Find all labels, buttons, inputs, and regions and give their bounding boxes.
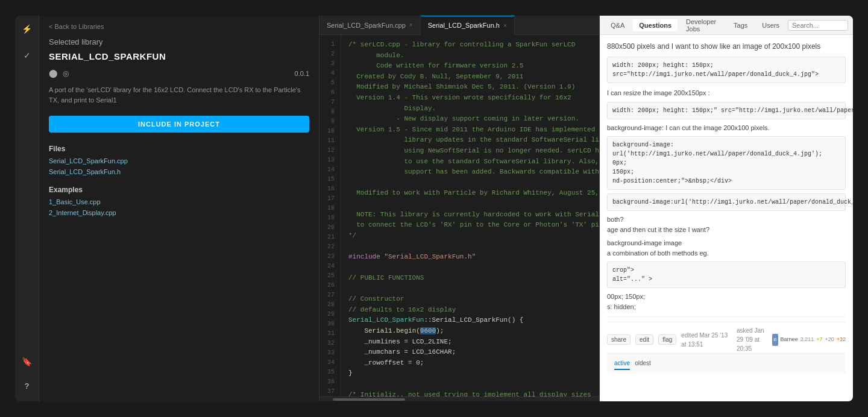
so-flag-button[interactable]: flag [658, 334, 676, 345]
lightning-icon[interactable]: ⚡ [19, 20, 36, 37]
tab-cpp-close[interactable]: × [409, 22, 413, 28]
so-answer-text: background-image: I can cut the image 20… [607, 123, 846, 133]
so-user-name: Barnee [781, 336, 798, 344]
so-edit-info: edited Mar 25 '13 at 13:51 [681, 331, 732, 349]
so-tab-tags[interactable]: Tags [728, 19, 753, 31]
so-answer-combination: a combination of both methods eg. [607, 248, 846, 259]
library-name: SERIAL_LCD_SPARKFUN [39, 49, 319, 66]
so-answer-final: background-image image [607, 238, 846, 248]
library-meta: ⬤ ◎ 0.0.1 [39, 66, 319, 80]
include-in-project-button[interactable]: INCLUDE IN PROJECT [49, 116, 309, 133]
so-edit-timestamp: edited Mar 25 '13 at 13:51 [681, 331, 732, 349]
so-header: Q&A Questions Developer Jobs Tags Users [600, 16, 853, 35]
code-content[interactable]: /* serLCD.cpp - library for controlling … [341, 35, 599, 397]
so-meta: share edit flag edited Mar 25 '13 at 13:… [607, 322, 846, 353]
so-bottom-tabs: active oldest [607, 353, 846, 374]
library-sidebar: < Back to Libraries Selected library SER… [39, 16, 319, 401]
so-answer-resize: age and then cut it the size I want? [607, 225, 846, 235]
line-numbers: 12345 678910 1112131415 1617181920 21222… [319, 35, 341, 397]
so-answer-hidden: 00px; 150px; s: hidden; [607, 292, 846, 312]
so-image-text: image [664, 239, 682, 246]
file-item-cpp[interactable]: Serial_LCD_SparkFun.cpp [39, 155, 319, 166]
tab-cpp-label: Serial_LCD_SparkFun.cpp [327, 22, 406, 29]
back-to-libraries-link[interactable]: < Back to Libraries [39, 16, 319, 35]
so-answer-intro: I can resize the image 200x150px : [607, 88, 846, 98]
check-icon[interactable]: ✓ [19, 47, 36, 64]
scrollbar-thumb[interactable] [333, 398, 405, 401]
so-size-note: 00px; 150px; [607, 292, 846, 302]
so-user-gold: +7 [816, 336, 822, 344]
github-icon: ⬤ [49, 69, 58, 78]
version-badge: 0.0.1 [295, 70, 309, 77]
library-description: A port of the 'serLCD' library for the 1… [39, 80, 319, 110]
files-section-label: Files [39, 139, 319, 155]
so-tab-jobs[interactable]: Developer Jobs [680, 16, 725, 35]
example-item-2[interactable]: 2_Internet_Display.cpp [39, 207, 319, 218]
file-item-h[interactable]: Serial_LCD_SparkFun.h [39, 166, 319, 177]
so-code-block-1: width: 200px; height: 150px; src="http:/… [607, 57, 846, 83]
so-asked-timestamp: asked Jan 29 '09 at 20:35 [737, 326, 770, 353]
tab-h-label: Serial_LCD_SparkFun.h [428, 22, 500, 29]
so-content: 880x500 pixels and I want to show like a… [600, 35, 853, 401]
examples-section-label: Examples [39, 180, 319, 196]
tab-h-close[interactable]: × [503, 22, 507, 29]
github-icon-2: ◎ [63, 69, 69, 78]
code-editor-area: Serial_LCD_SparkFun.cpp × Serial_LCD_Spa… [319, 16, 600, 401]
so-asked-info: asked Jan 29 '09 at 20:35 B Barnee 2,211… [737, 326, 846, 353]
selected-library-label: Selected library [39, 35, 319, 49]
so-user-silver: +20 [825, 336, 834, 344]
so-tab-users[interactable]: Users [756, 19, 785, 31]
so-tab-active[interactable]: active [614, 357, 630, 370]
so-code-block-4: background-image:url('http://img1.jurko.… [607, 193, 846, 211]
stackoverflow-panel: Q&A Questions Developer Jobs Tags Users … [600, 16, 853, 401]
avatar-barnee: B [772, 334, 778, 346]
example-item-1[interactable]: 1_Basic_Use.cpp [39, 196, 319, 207]
so-user-bronze: +32 [837, 336, 846, 344]
horizontal-scrollbar[interactable] [319, 397, 599, 401]
tab-cpp[interactable]: Serial_LCD_SparkFun.cpp × [319, 16, 421, 35]
tab-bar: Serial_LCD_SparkFun.cpp × Serial_LCD_Spa… [319, 16, 599, 35]
so-tab-oldest[interactable]: oldest [635, 357, 651, 370]
so-share-button[interactable]: share [607, 334, 631, 345]
so-tab-questions[interactable]: Questions [633, 19, 678, 31]
help-icon[interactable]: ? [19, 377, 36, 394]
so-question-text: 880x500 pixels and I want to show like a… [607, 41, 846, 52]
so-bg-image-text: background-image [607, 239, 662, 246]
so-code-block-3: background-image: url('http://img1.jurko… [607, 136, 846, 190]
so-divider [607, 316, 846, 317]
so-user-rep: 2,211 [800, 336, 814, 344]
so-hidden-note: s: hidden; [607, 302, 846, 312]
so-code-block-5: crop"> alt="..." > [607, 262, 846, 288]
so-answer-both: both? [607, 215, 846, 225]
so-code-block-2: width: 200px; height: 150px;" src="http:… [607, 102, 846, 119]
tab-h[interactable]: Serial_LCD_SparkFun.h × [421, 16, 515, 35]
so-tab-qa[interactable]: Q&A [605, 19, 631, 31]
sidebar-icons: ⚡ ✓ 🔖 ? [15, 16, 39, 401]
so-edit-button[interactable]: edit [635, 334, 653, 345]
code-editor: 12345 678910 1112131415 1617181920 21222… [319, 35, 599, 397]
so-search-input[interactable] [788, 20, 848, 31]
bookmark-icon[interactable]: 🔖 [19, 353, 36, 370]
